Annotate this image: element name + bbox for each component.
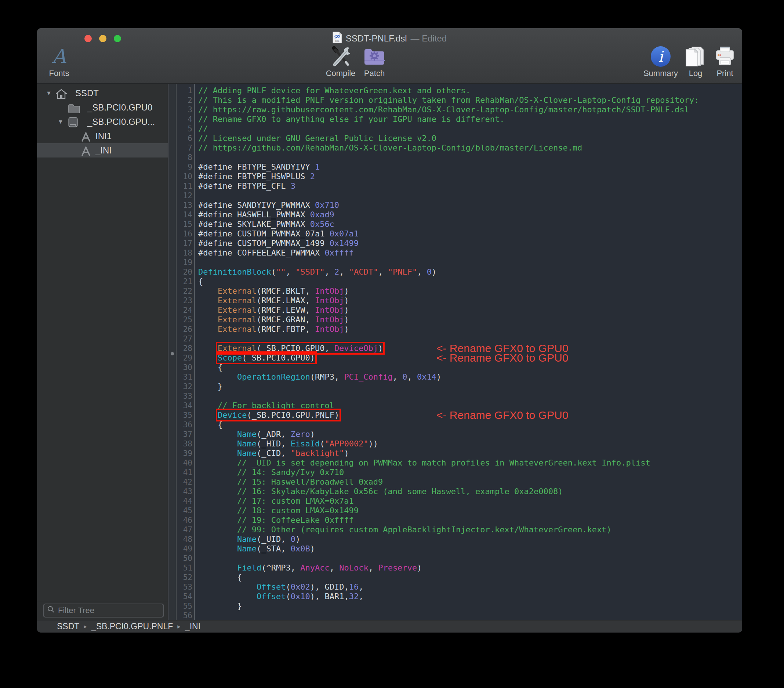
code-token: (	[320, 439, 324, 448]
code-line[interactable]	[198, 391, 742, 401]
indent	[198, 449, 237, 458]
code-token: // 19: CoffeeLake 0xffff	[237, 515, 354, 525]
code-line[interactable]: // This is a modified PNLF version origi…	[198, 96, 742, 105]
breadcrumb-item[interactable]: _INI	[185, 622, 200, 632]
code-line[interactable]: #define HASWELL_PWMMAX 0xad9	[198, 210, 742, 219]
code-line[interactable]: }	[198, 382, 742, 391]
code-line[interactable]: #define FBTYPE_HSWPLUS 2	[198, 172, 742, 181]
code-line[interactable]: External(RMCF.GRAN, IntObj)	[198, 315, 742, 325]
rename-annotation: <- Rename GFX0 to GPU0	[436, 409, 568, 421]
code-line[interactable]: #define CUSTOM_PWMMAX_1499 0x1499	[198, 239, 742, 248]
line-number: 52	[176, 573, 194, 582]
code-line[interactable]: {	[198, 363, 742, 372]
code-line[interactable]: #define SANDYIVY_PWMMAX 0x710	[198, 200, 742, 210]
line-number: 51	[176, 563, 194, 573]
code-line[interactable]: {	[198, 573, 742, 582]
code-token: {	[217, 363, 222, 372]
code-line[interactable]: // 17: custom LMAX=0x7a1	[198, 497, 742, 506]
code-token: // Rename GFX0 to anything else if your …	[198, 115, 504, 124]
breadcrumb-item[interactable]: _SB.PCI0.GPU.PNLF	[91, 622, 173, 632]
code-line[interactable]	[198, 153, 742, 162]
line-number: 34	[176, 401, 194, 411]
code-line[interactable]: External(RMCF.FBTP, IntObj)	[198, 325, 742, 334]
code-line[interactable]: External(RMCF.BKLT, IntObj)	[198, 286, 742, 296]
filter-tree-input[interactable]: Filter Tree	[43, 604, 164, 617]
code-line[interactable]: // 16: Skylake/KabyLake 0x56c (and some …	[198, 487, 742, 497]
code-token: ), GDID,	[310, 582, 349, 591]
disclosure-triangle-icon[interactable]: ▼	[58, 115, 64, 129]
code-line[interactable]: Name(_ADR, Zero)	[198, 429, 742, 439]
indent	[198, 315, 217, 324]
code-line[interactable]: // Adding PNLF device for WhateverGreen.…	[198, 86, 742, 96]
code-line[interactable]	[198, 554, 742, 563]
code-line[interactable]: #define FBTYPE_CFL 3	[198, 181, 742, 191]
code-line[interactable]: // 15: Haswell/Broadwell 0xad9	[198, 477, 742, 487]
indent	[198, 439, 237, 448]
code-line[interactable]: #define CUSTOM_PWMMAX_07a1 0x07a1	[198, 229, 742, 239]
code-token: (RMCF.LEVW,	[257, 305, 315, 315]
code-line[interactable]: Name(_STA, 0x0B)	[198, 544, 742, 554]
editor-margin-ribbon	[168, 84, 176, 620]
code-line[interactable]: // Licensed under GNU General Public Lic…	[198, 134, 742, 143]
code-line[interactable]: Device(_SB.PCI0.GPU.PNLF)<- Rename GFX0 …	[198, 411, 742, 420]
navigator-sidebar: ▼SSDT_SB.PCI0.GPU0▼_SB.PCI0.GPU...INI1_I…	[37, 84, 168, 620]
sidebar-item--ini[interactable]: _INI	[37, 143, 168, 157]
code-token: #define COFFEELAKE_PWMMAX	[198, 248, 324, 257]
code-line[interactable]: Offset(0x10), BAR1,32,	[198, 592, 742, 601]
code-line[interactable]: // https://raw.githubusercontent.com/Reh…	[198, 105, 742, 115]
code-line[interactable]: // 18: custom LMAX=0x1499	[198, 506, 742, 515]
code-line[interactable]: // 14: Sandy/Ivy 0x710	[198, 468, 742, 477]
line-number: 1	[176, 86, 194, 96]
indent	[198, 296, 217, 305]
code-token: (	[285, 582, 290, 591]
sidebar-item-ssdt[interactable]: ▼SSDT	[37, 86, 168, 100]
code-line[interactable]: External(RMCF.LEVW, IntObj)	[198, 305, 742, 315]
sidebar-item--sb-pci0-gpu-[interactable]: ▼_SB.PCI0.GPU...	[37, 115, 168, 129]
breadcrumb-bar: SSDT▸_SB.PCI0.GPU.PNLF▸_INI	[37, 620, 742, 633]
code-line[interactable]: // _UID is set depending on PWMMax to ma…	[198, 458, 742, 468]
tree-item-label: _INI	[96, 143, 112, 157]
code-line[interactable]: // https://github.com/RehabMan/OS-X-Clov…	[198, 143, 742, 153]
fonts-icon: A	[37, 45, 85, 68]
fonts-button[interactable]: A Fonts	[37, 45, 85, 78]
code-line[interactable]: #define FBTYPE_SANDYIVY 1	[198, 162, 742, 172]
patch-button[interactable]: Patch	[349, 45, 400, 78]
code-token: #define HASWELL_PWMMAX	[198, 210, 310, 219]
code-line[interactable]: // 19: CoffeeLake 0xffff	[198, 515, 742, 525]
code-line[interactable]: Field(^RMP3, AnyAcc, NoLock, Preserve)	[198, 563, 742, 573]
code-line[interactable]: {	[198, 277, 742, 286]
code-line[interactable]: DefinitionBlock("", "SSDT", 2, "ACDT", "…	[198, 267, 742, 277]
code-line[interactable]: External(RMCF.LMAX, IntObj)	[198, 296, 742, 305]
code-line[interactable]: // Rename GFX0 to anything else if your …	[198, 115, 742, 124]
indent	[198, 544, 237, 553]
code-line[interactable]: #define SKYLAKE_PWMMAX 0x56c	[198, 219, 742, 229]
code-line[interactable]: // 99: Other (requires custom AppleBackl…	[198, 525, 742, 535]
code-line[interactable]: #define COFFEELAKE_PWMMAX 0xffff	[198, 248, 742, 258]
code-line[interactable]: OperationRegion(RMP3, PCI_Config, 0, 0x1…	[198, 372, 742, 382]
disclosure-triangle-icon[interactable]: ▼	[46, 86, 52, 100]
print-button[interactable]: Print	[699, 45, 742, 78]
line-number: 53	[176, 582, 194, 592]
code-line[interactable]: }	[198, 601, 742, 611]
code-line[interactable]: //	[198, 124, 742, 134]
margin-marker-dot	[171, 352, 174, 355]
code-token: )	[344, 315, 349, 324]
code-line[interactable]	[198, 191, 742, 200]
code-line[interactable]: {	[198, 420, 742, 429]
code-line[interactable]: Name(_CID, "backlight")	[198, 449, 742, 458]
code-line[interactable]: Name(_HID, EisaId("APP0002"))	[198, 439, 742, 449]
line-number: 45	[176, 506, 194, 515]
code-line[interactable]: Offset(0x02), GDID,16,	[198, 582, 742, 592]
sidebar-item--sb-pci0-gpu0[interactable]: _SB.PCI0.GPU0	[37, 100, 168, 115]
code-editor[interactable]: // Adding PNLF device for WhateverGreen.…	[195, 84, 742, 620]
code-line[interactable]	[198, 611, 742, 620]
sidebar-item-ini1[interactable]: INI1	[37, 129, 168, 143]
breadcrumb-item[interactable]: SSDT	[57, 622, 79, 632]
tree-item-label: SSDT	[75, 86, 99, 100]
code-line[interactable]: Scope(_SB.PCI0.GPU0)<- Rename GFX0 to GP…	[198, 353, 742, 363]
code-line[interactable]	[198, 258, 742, 267]
code-token: External	[217, 305, 257, 315]
code-line[interactable]: Name(_UID, 0)	[198, 535, 742, 544]
code-token: OperationRegion	[237, 372, 310, 381]
line-number: 43	[176, 487, 194, 497]
